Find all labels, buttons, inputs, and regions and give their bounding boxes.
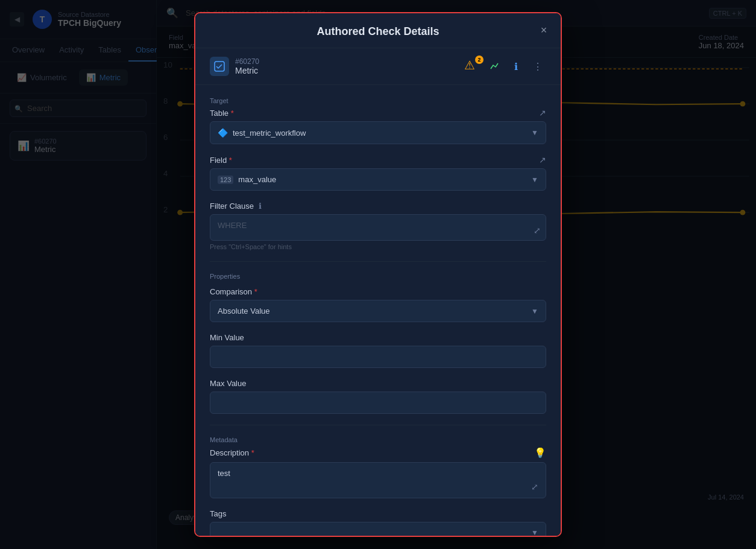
- line-chart-icon: [490, 62, 499, 71]
- info-icon: ℹ: [514, 61, 518, 72]
- description-bulb-icon: 💡: [534, 447, 546, 459]
- modal-title: Authored Check Details: [317, 25, 439, 38]
- min-value-label: Min Value: [210, 333, 244, 342]
- filter-info-icon: ℹ: [259, 202, 262, 211]
- check-mark-icon: [214, 61, 225, 72]
- filter-hint: Press "Ctrl+Space" for hints: [210, 243, 546, 250]
- comparison-field-row: Comparison *: [210, 287, 546, 296]
- check-info: #60270 Metric: [210, 57, 259, 76]
- table-dropdown-arrow: ▼: [531, 129, 538, 137]
- tags-dropdown-arrow: ▼: [531, 528, 538, 537]
- metadata-section-label: Metadata: [210, 436, 546, 443]
- filter-input-wrap: WHERE ⤢ Press "Ctrl+Space" for hints: [210, 214, 546, 250]
- check-type-icon: [210, 57, 229, 76]
- table-expand-icon[interactable]: ↗: [539, 108, 546, 118]
- alert-icon: ⚠: [464, 59, 475, 72]
- tags-field-group: Tags ▼: [210, 509, 546, 537]
- authored-check-modal: Authored Check Details × #60270 Metric: [194, 12, 562, 537]
- comparison-required-star: *: [254, 287, 257, 296]
- section-divider-1: [210, 261, 546, 262]
- comparison-dropdown-arrow: ▼: [531, 307, 538, 316]
- properties-section-label: Properties: [210, 273, 546, 280]
- description-expand-icon[interactable]: ⤢: [531, 482, 538, 492]
- table-field-group: Table * ↗ 🔷 test_metric_workflow ▼: [210, 108, 546, 144]
- field-field-group: Field * ↗ 123 max_value ▼: [210, 155, 546, 191]
- modal-subheader: #60270 Metric ⚠ 2 ℹ ⋮: [195, 48, 561, 85]
- chart-action-button[interactable]: [486, 58, 503, 75]
- alert-count: 2: [475, 56, 484, 64]
- table-select-inner: 🔷 test_metric_workflow: [218, 128, 306, 138]
- min-value-input[interactable]: 1: [210, 346, 546, 368]
- table-field-row: Table * ↗: [210, 108, 546, 118]
- description-field-group: Description * 💡 test ⤢: [210, 447, 546, 498]
- field-label: Field *: [210, 156, 232, 165]
- tags-label: Tags: [210, 509, 226, 518]
- field-dropdown-arrow: ▼: [531, 176, 538, 184]
- table-type-icon: 🔷: [218, 128, 228, 138]
- filter-placeholder: WHERE: [218, 221, 247, 230]
- section-divider-2: [210, 425, 546, 425]
- max-value-field-row: Max Value: [210, 379, 546, 388]
- filter-field-row: Filter Clause ℹ: [210, 202, 546, 211]
- field-field-row: Field * ↗: [210, 155, 546, 165]
- description-value: test: [218, 469, 230, 478]
- field-type-icon: 123: [218, 176, 233, 184]
- filter-field-group: Filter Clause ℹ WHERE ⤢ Press "Ctrl+Spac…: [210, 202, 546, 250]
- comparison-field-group: Comparison * Absolute Value ▼: [210, 287, 546, 322]
- field-required-star: *: [229, 156, 232, 165]
- max-value-label: Max Value: [210, 379, 246, 388]
- field-value: max_value: [238, 175, 276, 184]
- filter-input[interactable]: WHERE ⤢: [210, 214, 546, 241]
- max-value-field-group: Max Value 8: [210, 379, 546, 414]
- modal-header: Authored Check Details ×: [195, 13, 561, 48]
- modal-overlay: Authored Check Details × #60270 Metric: [0, 0, 756, 549]
- field-select-inner: 123 max_value: [218, 175, 276, 184]
- modal-body: Target Table * ↗ 🔷 test_metric_workflow …: [195, 85, 561, 537]
- tags-select[interactable]: ▼: [210, 522, 546, 537]
- table-value: test_metric_workflow: [233, 129, 306, 138]
- field-select[interactable]: 123 max_value ▼: [210, 168, 546, 191]
- description-field-row: Description * 💡: [210, 447, 546, 459]
- min-value-field-row: Min Value: [210, 333, 546, 342]
- description-required-star: *: [251, 448, 254, 457]
- tags-field-row: Tags: [210, 509, 546, 518]
- alert-badge[interactable]: ⚠ 2: [464, 58, 481, 75]
- kebab-icon: ⋮: [533, 61, 543, 72]
- filter-expand-icon[interactable]: ⤢: [534, 226, 541, 235]
- modal-close-button[interactable]: ×: [537, 23, 551, 37]
- info-action-button[interactable]: ℹ: [508, 58, 524, 75]
- table-required-star: *: [231, 109, 234, 118]
- filter-label: Filter Clause ℹ: [210, 202, 262, 211]
- table-select[interactable]: 🔷 test_metric_workflow ▼: [210, 121, 546, 144]
- check-actions: ⚠ 2 ℹ ⋮: [464, 58, 546, 75]
- comparison-value: Absolute Value: [218, 306, 270, 316]
- check-number: #60270: [235, 57, 259, 66]
- description-input[interactable]: test ⤢: [210, 462, 546, 498]
- table-field-label: Table *: [210, 109, 234, 118]
- comparison-select[interactable]: Absolute Value ▼: [210, 300, 546, 322]
- comparison-label: Comparison *: [210, 287, 257, 296]
- min-value-field-group: Min Value 1: [210, 333, 546, 368]
- field-expand-icon[interactable]: ↗: [539, 155, 546, 165]
- description-label: Description *: [210, 448, 254, 457]
- max-value-input[interactable]: 8: [210, 392, 546, 414]
- more-action-button[interactable]: ⋮: [529, 58, 546, 75]
- target-section-label: Target: [210, 97, 546, 104]
- check-type-label: Metric: [235, 66, 259, 75]
